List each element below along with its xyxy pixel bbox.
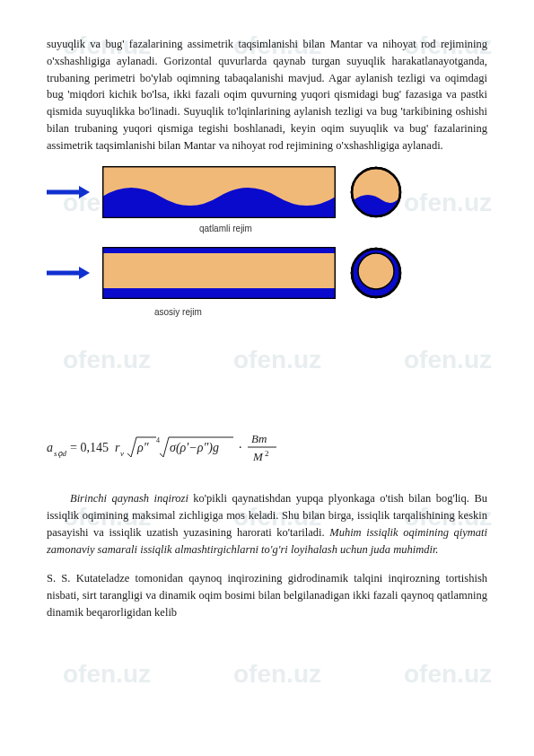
svg-marker-10 (79, 267, 90, 279)
svg-text:ρ″: ρ″ (136, 441, 149, 454)
formula-image: a sǫd = 0,145 r v ρ″ 4 σ(ρ′−ρ″)g · Bm M … (47, 426, 280, 468)
para2-lead-italic: Birinchi qaynash inqirozi (70, 492, 188, 505)
svg-text:Bm: Bm (251, 432, 267, 445)
svg-text:M: M (252, 450, 264, 463)
diagram-caption-stratified: qatlamli rejim (199, 222, 252, 235)
svg-text:sǫd: sǫd (54, 449, 67, 458)
body-paragraph-3: S. S. Kutateladze tomonidan qaynoq inqir… (47, 570, 487, 620)
body-paragraph-1: suyuqlik va bug' fazalarining assimetrik… (47, 36, 487, 154)
body-paragraph-2: Birinchi qaynash inqirozi ko'pikli qayna… (47, 490, 487, 558)
pipe-side-annular (102, 247, 336, 299)
flow-regime-diagram: qatlamli rejim (47, 166, 487, 364)
svg-text:v: v (120, 449, 124, 458)
formula-block: a sǫd = 0,145 r v ρ″ 4 σ(ρ′−ρ″)g · Bm M … (47, 426, 487, 468)
svg-rect-14 (102, 288, 336, 299)
svg-text:a: a (47, 441, 53, 454)
svg-text:4: 4 (156, 436, 160, 444)
svg-text:σ(ρ′−ρ″)g: σ(ρ′−ρ″)g (170, 441, 219, 455)
pipe-side-stratified (102, 166, 336, 218)
svg-text:2: 2 (265, 449, 269, 458)
pipe-cross-annular (350, 247, 402, 299)
svg-text:·: · (239, 441, 242, 454)
pipe-cross-stratified (350, 166, 402, 218)
svg-marker-1 (79, 186, 90, 198)
diagram-caption-annular: asosiy rejim (154, 305, 202, 319)
flow-arrow-icon (47, 267, 90, 279)
flow-arrow-icon (47, 186, 90, 198)
svg-point-19 (358, 253, 394, 289)
svg-text:= 0,145: = 0,145 (70, 441, 109, 454)
